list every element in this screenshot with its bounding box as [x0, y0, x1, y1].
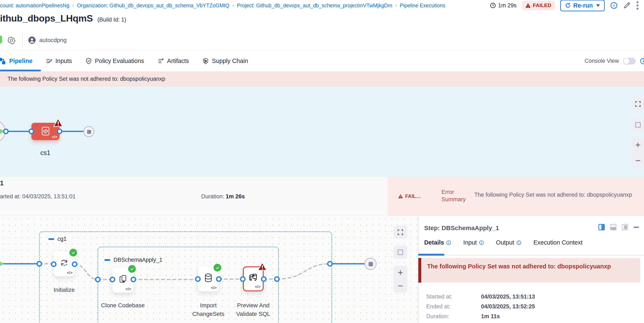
warning-triangle-icon — [525, 3, 531, 8]
tab-output[interactable]: Output — [496, 239, 521, 246]
graph-end-node — [83, 126, 94, 137]
zoom-out-button[interactable] — [634, 157, 641, 164]
edit-pencil-icon[interactable] — [623, 2, 631, 9]
policy-alert-banner: The following Policy Set was not adhered… — [0, 71, 644, 86]
clock-icon — [490, 2, 496, 9]
detail-row-ended: Ended at: 04/03/2025, 13:52:25 — [426, 303, 535, 310]
stage-name: 1 — [0, 179, 4, 187]
success-check-icon — [213, 263, 222, 272]
tab-label: Artifacts — [167, 58, 189, 65]
marquee-select-button[interactable] — [394, 246, 407, 259]
layout-bottom-panel-icon[interactable] — [610, 224, 616, 230]
tab-execution-context[interactable]: Execution Context — [534, 239, 582, 246]
console-view-toggle[interactable] — [623, 58, 636, 65]
error-badge-icon — [258, 262, 267, 271]
error-badge-icon — [53, 118, 63, 127]
duration-value: 1m 29s — [498, 2, 517, 9]
build-id: (Build Id: 1) — [97, 17, 126, 23]
fullscreen-button[interactable] — [394, 225, 407, 239]
code-step-glyph: </> — [255, 284, 260, 289]
marquee-select-button[interactable] — [632, 118, 644, 132]
supply-chain-shield-icon — [202, 58, 209, 65]
active-tab-underline — [418, 254, 444, 256]
tab-label: Supply Chain — [212, 58, 248, 65]
zoom-out-button[interactable] — [397, 283, 404, 289]
custom-stage-icon — [40, 125, 52, 137]
execution-header-actions: 1m 29s FAILED Re-run — [490, 0, 639, 11]
tab-supply-chain[interactable]: Supply Chain — [202, 58, 248, 65]
clone-codebase-icon — [118, 274, 128, 284]
execution-graph-canvas[interactable]: cg1 DBSchemaApply_1 — [0, 216, 418, 323]
pipeline-execution-page: count: automationPipelinesNg › Organizat… — [0, 0, 644, 323]
zoom-in-button[interactable] — [397, 269, 404, 276]
collapse-icon[interactable] — [48, 238, 54, 240]
stepgroup-dbschemaapply-header[interactable]: DBSchemaApply_1 — [104, 257, 162, 263]
minimize-panel-icon[interactable] — [634, 227, 639, 228]
tab-policy-evaluations[interactable]: Policy Evaluations — [85, 58, 144, 65]
status-text: FAILED — [533, 3, 551, 8]
tab-input[interactable]: Input — [463, 239, 484, 246]
detail-value: 1m 11s — [481, 313, 500, 320]
user-name: autocdpng — [39, 37, 67, 44]
fullscreen-button[interactable] — [632, 97, 644, 111]
info-icon[interactable] — [610, 2, 618, 9]
stage-graph-canvas[interactable]: </> cs1 — [0, 86, 644, 177]
status-badge: FAILED — [522, 1, 554, 10]
tab-label: Output — [496, 239, 514, 246]
pipeline-title: ithub_dbops_LHqmS — [0, 13, 93, 24]
breadcrumb-separator: › — [395, 3, 397, 8]
stage-node-label: cs1 — [40, 149, 50, 157]
gear-icon[interactable] — [7, 36, 16, 45]
zoom-in-button[interactable] — [634, 142, 641, 148]
refresh-icon — [565, 3, 571, 8]
execution-tabbar: Pipeline Inputs Policy Evaluations Artif… — [0, 50, 644, 72]
tab-label: Execution Context — [534, 239, 582, 246]
success-check-icon — [128, 264, 136, 273]
step-import-changesets[interactable]: </> — [198, 266, 219, 291]
stage-node-cs1[interactable]: </> — [31, 123, 60, 140]
success-check-icon — [69, 248, 78, 257]
breadcrumb-separator: › — [232, 3, 234, 8]
rerun-button[interactable]: Re-run — [560, 0, 605, 11]
detail-value: 04/03/2025, 13:52:25 — [481, 303, 535, 310]
breadcrumb-bar: count: automationPipelinesNg › Organizat… — [0, 0, 644, 11]
collapse-icon[interactable] — [104, 259, 110, 261]
group-label: DBSchemaApply_1 — [114, 257, 162, 263]
kebab-menu-icon[interactable] — [636, 1, 639, 10]
step-preview-validate-sql[interactable]: </> — [243, 266, 264, 291]
console-view-control: Console View — [584, 51, 644, 72]
execution-title-row: ithub_dbops_LHqmS (Build Id: 1) — [0, 13, 126, 24]
stepgroup-cg1-header[interactable]: cg1 — [48, 236, 67, 242]
step-panel-title: Step: DBSchemaApply_1 — [424, 224, 499, 232]
tab-label: Details — [424, 239, 444, 246]
info-icon — [446, 240, 451, 245]
database-icon — [203, 272, 214, 283]
play-icon — [0, 260, 4, 267]
tab-pipeline[interactable]: Pipeline — [9, 58, 32, 65]
info-icon — [479, 240, 484, 245]
chevron-down-icon — [596, 5, 600, 7]
breadcrumb-account[interactable]: count: automationPipelinesNg — [0, 3, 69, 9]
error-summary-text: The following Policy Set was not adhered… — [474, 192, 644, 198]
breadcrumb-project[interactable]: Project: Github_db_devops_aut_db_schema_… — [237, 3, 392, 9]
step-panel-tabs: Details Input Output — [424, 239, 582, 246]
step-label: Preview And Validate SQL — [230, 301, 276, 318]
breadcrumb-organization[interactable]: Organization: Github_db_devops_aut_db_sc… — [77, 3, 230, 9]
tab-artifacts[interactable]: Artifacts — [158, 58, 189, 65]
step-initialize[interactable]: </> — [54, 251, 74, 276]
step-clone-codebase[interactable]: </> — [112, 267, 133, 293]
tab-label: Inputs — [55, 58, 72, 65]
code-step-glyph: </> — [211, 285, 217, 290]
info-icon[interactable] — [640, 58, 644, 65]
tab-inputs[interactable]: Inputs — [46, 58, 72, 65]
tab-details[interactable]: Details — [424, 239, 451, 246]
initialize-icon — [58, 257, 70, 268]
layout-split-right-icon[interactable] — [598, 224, 605, 230]
breadcrumb: count: automationPipelinesNg › Organizat… — [0, 3, 445, 9]
database-check-icon — [248, 272, 259, 284]
code-step-glyph: </> — [67, 270, 72, 275]
list-plus-icon — [158, 58, 164, 65]
layout-floating-panel-icon[interactable] — [622, 224, 628, 230]
breadcrumb-pipeline-executions[interactable]: Pipeline Executions — [400, 3, 445, 9]
execution-detail-section: cg1 DBSchemaApply_1 — [0, 215, 644, 323]
